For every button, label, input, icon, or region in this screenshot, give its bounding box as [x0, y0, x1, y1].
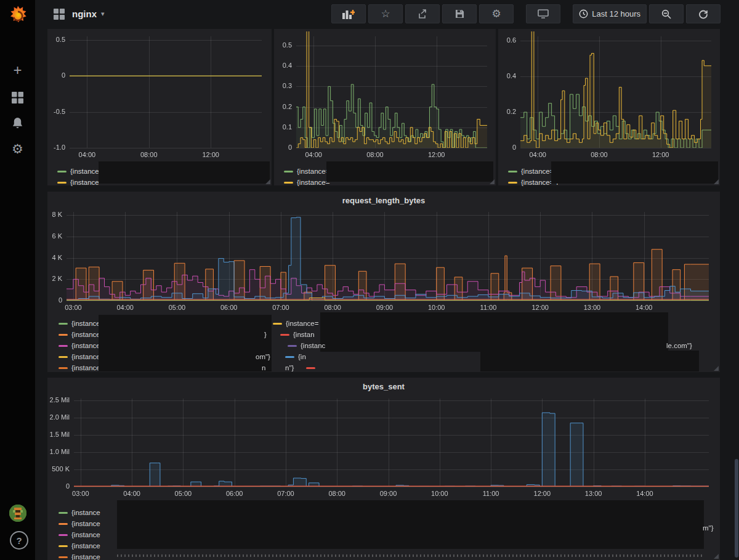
bot-chart-canvas[interactable] — [49, 395, 717, 501]
refresh-icon — [698, 9, 708, 19]
legend-series-dash — [59, 545, 68, 547]
legend-item[interactable]: {instance= — [57, 166, 103, 177]
chevron-down-icon[interactable]: ▾ — [101, 10, 105, 18]
legend-item[interactable]: {instance=" — [284, 166, 332, 177]
configuration-gear-icon[interactable]: ⚙ — [0, 138, 35, 160]
create-plus-icon[interactable]: + — [0, 59, 35, 81]
legend-series-label: {instance — [71, 520, 100, 527]
legend-series-label: {instance — [71, 531, 100, 538]
clock-icon — [579, 9, 588, 18]
legend-series-label: {instance — [71, 509, 100, 516]
panel-title[interactable]: request_length_bytes — [47, 196, 720, 205]
mid-legend-right: {instance={instan{instanc{in — [273, 318, 325, 373]
redacted-region — [117, 500, 704, 549]
alerting-bell-icon[interactable] — [0, 112, 35, 134]
share-icon — [418, 9, 427, 19]
top-navbar: nginx ▾ ☆ ⚙ — [35, 0, 739, 28]
panel-request-length-bytes: request_length_bytes {instance="{instanc… — [47, 192, 720, 372]
panel-resize-handle[interactable] — [490, 179, 495, 184]
zoom-out-button[interactable] — [649, 4, 684, 23]
share-button[interactable] — [405, 4, 440, 23]
monitor-icon — [538, 9, 549, 18]
sidebar: + ⚙ ? — [0, 0, 35, 560]
legend-item[interactable]: {instance — [59, 507, 100, 518]
nav-right: ☆ ⚙ Last 12 hours — [331, 4, 721, 23]
dashboard-grid-icon[interactable] — [54, 9, 65, 20]
legend-series-dash — [59, 356, 68, 358]
legend-item[interactable] — [273, 362, 325, 373]
legend-item[interactable]: {instance=" — [284, 177, 332, 188]
redacted-region — [480, 351, 699, 371]
star-icon: ☆ — [381, 9, 390, 19]
p1-legend: {instance={instance= — [57, 166, 103, 188]
panel-resize-handle[interactable] — [714, 554, 719, 559]
zoom-out-icon — [661, 9, 671, 19]
redacted-region — [551, 161, 718, 184]
add-panel-icon — [342, 9, 355, 19]
panel-top-3: {instance="r{instance="r — [498, 29, 720, 185]
panel-top-1: {instance={instance= — [47, 29, 272, 185]
panel-top-2: {instance="{instance=" — [274, 29, 496, 185]
legend-series-dash — [59, 345, 68, 347]
panel-resize-handle[interactable] — [714, 179, 719, 184]
legend-text-fragment: m"} — [703, 524, 714, 532]
legend-item[interactable]: {instance — [59, 529, 100, 540]
legend-series-dash — [273, 323, 282, 325]
legend-series-label: {instan — [293, 331, 315, 338]
bell-icon — [12, 117, 23, 129]
p3-chart-canvas[interactable] — [499, 31, 719, 161]
legend-item[interactable]: {instance — [59, 540, 100, 551]
panel-resize-handle[interactable] — [714, 366, 719, 371]
legend-item[interactable]: {instan — [273, 329, 325, 340]
legend-text-fragment: } — [264, 331, 267, 338]
scrollbar[interactable] — [735, 459, 738, 558]
save-button[interactable] — [442, 4, 477, 23]
legend-series-dash — [284, 171, 293, 172]
panel-bytes-sent: bytes_sent {instance{instance{instance{i… — [47, 378, 720, 560]
legend-text-fragment: n — [262, 364, 265, 371]
dashboards-grid-icon[interactable] — [0, 86, 35, 108]
tv-mode-button[interactable] — [526, 4, 560, 23]
legend-item[interactable]: {instance — [59, 518, 100, 529]
mid-chart-canvas[interactable] — [49, 209, 717, 315]
legend-item[interactable]: {in — [273, 351, 325, 362]
redacted-region — [99, 161, 270, 184]
user-avatar[interactable] — [9, 505, 26, 522]
legend-series-dash — [57, 182, 67, 184]
legend-item[interactable]: {instance= — [273, 318, 325, 329]
legend-text-fragment: om"} — [256, 353, 270, 360]
p2-legend: {instance="{instance=" — [284, 166, 332, 188]
star-button[interactable]: ☆ — [368, 4, 403, 23]
panel-title[interactable]: bytes_sent — [47, 382, 720, 391]
add-panel-button[interactable] — [331, 4, 366, 23]
bot-legend: {instance{instance{instance{instance{ins… — [59, 507, 100, 560]
grid-icon — [12, 92, 23, 103]
panel-resize-handle[interactable] — [265, 179, 270, 184]
legend-item[interactable]: {instanc — [273, 340, 325, 351]
legend-item[interactable]: {instance — [59, 551, 100, 560]
redacted-region — [99, 315, 272, 371]
legend-series-dash — [59, 512, 68, 514]
redacted-region — [320, 312, 668, 352]
gear-glyph: ⚙ — [12, 142, 23, 156]
legend-item[interactable]: {instance= — [57, 177, 103, 188]
time-range-picker[interactable]: Last 12 hours — [573, 4, 647, 23]
p2-chart-canvas[interactable] — [275, 31, 495, 161]
legend-series-label: {instance — [71, 542, 100, 550]
refresh-button[interactable] — [686, 4, 721, 23]
legend-series-dash — [59, 334, 68, 336]
p1-chart-canvas[interactable] — [49, 31, 269, 161]
legend-text-fragment: le.com"} — [666, 342, 692, 349]
dashboard-title[interactable]: nginx — [72, 9, 97, 19]
grafana-logo-icon[interactable] — [7, 5, 29, 27]
legend-series-dash — [59, 534, 68, 536]
help-icon[interactable]: ? — [10, 531, 28, 550]
legend-series-dash — [57, 171, 67, 172]
legend-series-dash — [285, 356, 294, 358]
panel-settings-button[interactable]: ⚙ — [479, 4, 514, 23]
legend-series-label: {instance= — [286, 320, 318, 327]
plus-glyph: + — [13, 63, 22, 78]
legend-series-dash — [59, 367, 68, 369]
legend-text-fragment: n"} — [285, 364, 294, 371]
legend-series-dash — [508, 182, 517, 184]
